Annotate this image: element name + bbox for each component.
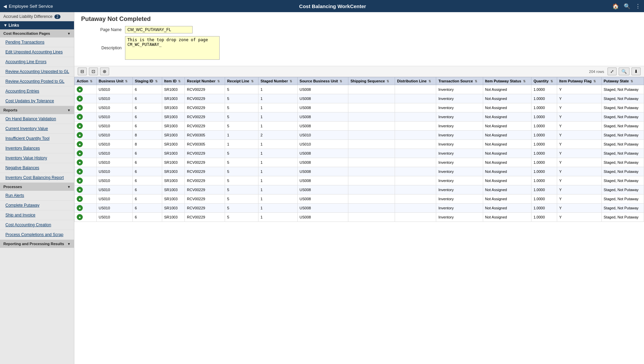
processes-header[interactable]: Processes ▼ [0,183,74,191]
sidebar-item-cost-updates[interactable]: Cost Updates by Tolerance [0,96,74,106]
sidebar-item-cost-accounting-creation[interactable]: Cost Accounting Creation [0,220,74,230]
col-business-unit[interactable]: Business Unit ⇅ [96,77,132,85]
sidebar-item-inventory-value-history[interactable]: Inventory Value History [0,153,74,163]
sidebar-item-cost-balancing-report[interactable]: Inventory Cost Balancing Report [0,173,74,183]
refresh-button[interactable]: ⊛ [100,68,109,75]
sidebar-item-on-hand-balance[interactable]: On Hand Balance Validation [0,114,74,124]
sidebar-item-current-inventory-value[interactable]: Current Inventory Value [0,124,74,134]
action-icon[interactable]: ● [77,141,83,147]
sidebar-item-ship-invoice[interactable]: Ship and Invoice [0,210,74,220]
action-icon[interactable]: ● [77,214,83,220]
nav-back[interactable]: ◀ Employee Self Service [3,4,53,9]
cell-item: SR1003 [162,140,185,149]
action-icon[interactable]: ● [77,96,83,102]
sidebar-item-accounting-entries[interactable]: Accounting Entries [0,86,74,96]
reports-header[interactable]: Reports ▼ [0,106,74,114]
cell-item: SR1003 [162,94,185,103]
cell-action[interactable]: ● [75,176,97,185]
action-icon[interactable]: ● [77,105,83,111]
action-icon[interactable]: ● [77,86,83,93]
col-staged-number[interactable]: Staged Number ⇅ [258,77,297,85]
col-receipt-line[interactable]: Receipt Line ⇅ [225,77,258,85]
action-icon[interactable]: ● [77,187,83,193]
action-icon[interactable]: ● [77,159,83,165]
sidebar-item-inventory-balances[interactable]: Inventory Balances [0,144,74,153]
sidebar-item-insufficient-quantity[interactable]: Insufficient Quantity Tool [0,134,74,144]
cell-ship-seq [348,185,395,194]
cell-item: SR1003 [162,185,185,194]
expand-button[interactable]: ⤢ [608,68,617,75]
action-icon[interactable]: ● [77,150,83,156]
cell-dist-line [395,94,436,103]
cell-flag: Y [557,185,601,194]
cell-flag: Y [557,167,601,176]
sidebar-item-complete-putaway[interactable]: Complete Putaway [0,201,74,210]
cell-source-bu: US008 [297,185,348,194]
filter-button[interactable]: ⊟ [78,68,87,75]
sidebar-item-accounting-errors[interactable]: Accounting Line Errors [0,57,74,67]
sidebar-item-accrued-liability[interactable]: Accrued Liability Difference 2 [0,12,74,21]
back-label[interactable]: Employee Self Service [9,4,53,9]
cell-action[interactable]: ● [75,213,97,222]
search-table-button[interactable]: 🔍 [619,68,629,75]
cell-receipt: RCV00229 [185,204,225,213]
sidebar-item-review-posted[interactable]: Review Accounting Posted to GL [0,77,74,86]
cell-ship-seq [348,176,395,185]
col-dist-line[interactable]: Distribution Line ⇅ [395,77,436,85]
page-name-label: Page Name [81,27,122,32]
col-item-id[interactable]: Item ID ⇅ [162,77,185,85]
cell-action[interactable]: ● [75,94,97,103]
links-section-header[interactable]: ▼ Links [0,21,74,29]
cell-action[interactable]: ● [75,85,97,94]
reporting-header[interactable]: Reporting and Processing Results ▼ [0,240,74,248]
sidebar-item-pending-transactions[interactable]: Pending Transactions [0,37,74,47]
action-icon[interactable]: ● [77,168,83,175]
col-trans-source[interactable]: Transaction Source ⇅ [436,77,483,85]
col-putaway-state[interactable]: Putaway State ⇅ [601,77,644,85]
action-icon[interactable]: ● [77,114,83,120]
description-textarea[interactable]: This is the top drop zone of page CM_WC_… [125,36,220,60]
cell-action[interactable]: ● [75,112,97,122]
cell-action[interactable]: ● [75,204,97,213]
action-icon[interactable]: ● [77,196,83,202]
cell-action[interactable]: ● [75,131,97,140]
col-source-bu[interactable]: Source Business Unit ⇅ [297,77,348,85]
action-icon[interactable]: ● [77,205,83,211]
action-icon[interactable]: ● [77,123,83,129]
cell-action[interactable]: ● [75,194,97,204]
cell-line: 5 [225,176,258,185]
download-button[interactable]: ⬇ [631,68,641,75]
cell-action[interactable]: ● [75,103,97,112]
col-putaway-status[interactable]: Item Putaway Status ⇅ [483,77,531,85]
cell-action[interactable]: ● [75,140,97,149]
more-menu-icon[interactable]: ⋮ [635,3,641,9]
page-name-input[interactable] [125,26,193,33]
cell-action[interactable]: ● [75,122,97,131]
sidebar-item-negative-balances[interactable]: Negative Balances [0,163,74,173]
col-shipping-seq[interactable]: Shipping Sequence ⇅ [348,77,395,85]
col-staging-id[interactable]: Staging ID ⇅ [133,77,162,85]
cell-action[interactable]: ● [75,149,97,158]
sidebar-item-run-alerts[interactable]: Run Alerts [0,191,74,201]
col-receipt-number[interactable]: Receipt Number ⇅ [185,77,225,85]
cell-dist-line [395,103,436,112]
cost-reconciliation-header[interactable]: Cost Reconciliation Pages ▼ [0,29,74,37]
cell-source-bu: US008 [297,149,348,158]
cell-line: 5 [225,85,258,94]
cell-action[interactable]: ● [75,185,97,194]
cell-staging: 6 [133,85,162,94]
col-quantity[interactable]: Quantity ⇅ [531,77,557,85]
sidebar-item-edit-unposted[interactable]: Edit Unposted Accounting Lines [0,47,74,57]
table-row: ● US010 6 SR1003 RCV00229 5 1 US008 Inve… [75,167,644,176]
sidebar-item-review-unposted[interactable]: Review Accounting Unposted to GL [0,67,74,77]
action-icon[interactable]: ● [77,178,83,184]
cell-action[interactable]: ● [75,158,97,167]
sidebar-item-process-completions[interactable]: Process Completions and Scrap [0,230,74,240]
putflag-sort-icon: ⇅ [593,80,596,83]
action-icon[interactable]: ● [77,132,83,138]
search-icon[interactable]: 🔍 [624,3,630,9]
home-icon[interactable]: 🏠 [612,3,619,9]
col-putaway-flag[interactable]: Item Putaway Flag ⇅ [557,77,601,85]
cell-action[interactable]: ● [75,167,97,176]
save-button[interactable]: ⊡ [89,68,98,75]
